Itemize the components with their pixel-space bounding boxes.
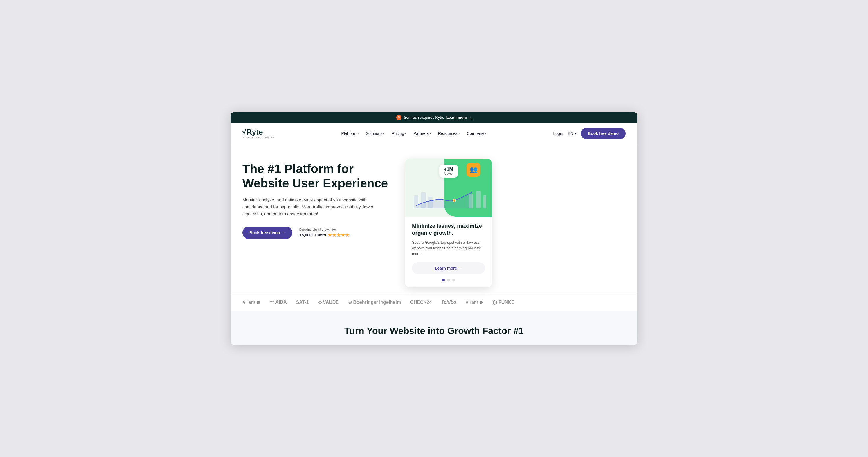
nav-resources[interactable]: Resources ▾ xyxy=(435,129,463,137)
hero-content: The #1 Platform for Website User Experie… xyxy=(242,159,393,239)
chevron-down-icon: ▾ xyxy=(458,132,460,135)
hero-card-container: +1M Users 👥 xyxy=(405,159,492,288)
dot-2[interactable] xyxy=(447,279,450,282)
hero-card-body: Minimize issues, maximize organic growth… xyxy=(405,217,492,257)
chevron-down-icon: ▾ xyxy=(485,132,487,135)
card-pagination-dots xyxy=(405,279,492,282)
svg-rect-5 xyxy=(483,195,486,208)
bottom-title: Turn Your Website into Growth Factor #1 xyxy=(242,326,626,336)
logo-allianz: Allianz ⊕ xyxy=(242,300,260,305)
logo-sat1: SAT·1 xyxy=(296,300,309,305)
star-rating: ★★★★★ xyxy=(328,232,349,238)
hero-description: Monitor, analyze, and optimize every asp… xyxy=(242,196,376,217)
logo-allianz2: Allianz ⊕ xyxy=(465,300,483,305)
nav-links: Platform ▾ Solutions ▾ Pricing ▾ Partner… xyxy=(339,129,490,137)
social-proof-label: Enabling digital growth for xyxy=(299,228,349,231)
main-nav: √ Ryte A SEMRUSH COMPANY Platform ▾ Solu… xyxy=(231,123,637,144)
nav-right: Login EN ▾ Book free demo xyxy=(553,128,626,139)
hero-card-visual: +1M Users 👥 xyxy=(405,159,492,217)
hero-card: +1M Users 👥 xyxy=(405,159,492,288)
chevron-down-icon: ▾ xyxy=(383,132,385,135)
hero-card-title: Minimize issues, maximize organic growth… xyxy=(412,223,485,237)
logo-aida: 〜 AIDA xyxy=(270,299,287,305)
logo-subtitle: A SEMRUSH COMPANY xyxy=(242,136,275,139)
line-chart xyxy=(411,187,486,210)
language-selector[interactable]: EN ▾ xyxy=(568,131,576,136)
announcement-bar: S Semrush acquires Ryte. Learn more → xyxy=(231,112,637,123)
logo-vaude: ◇ VAUDE xyxy=(318,299,339,305)
hero-title: The #1 Platform for Website User Experie… xyxy=(242,162,393,191)
logo-check24: CHECK24 xyxy=(410,300,432,305)
logo-checkmark: √ xyxy=(242,129,246,136)
hero-card-description: Secure Google's top spot with a flawless… xyxy=(412,240,485,257)
learn-more-button[interactable]: Learn more → xyxy=(412,262,485,274)
users-badge: +1M Users xyxy=(439,165,458,177)
chart-area xyxy=(411,187,486,211)
social-proof-count: 15,000+ users ★★★★★ xyxy=(299,232,349,238)
hero-actions: Book free demo → Enabling digital growth… xyxy=(242,227,393,239)
nav-company[interactable]: Company ▾ xyxy=(464,129,490,137)
social-proof: Enabling digital growth for 15,000+ user… xyxy=(299,228,349,238)
nav-partners[interactable]: Partners ▾ xyxy=(410,129,434,137)
nav-solutions[interactable]: Solutions ▾ xyxy=(363,129,388,137)
svg-point-6 xyxy=(453,199,456,202)
logo-boehringer: ⊕ Boehringer Ingelheim xyxy=(348,299,401,305)
chevron-down-icon: ▾ xyxy=(574,131,576,136)
announcement-link[interactable]: Learn more → xyxy=(446,115,472,120)
nav-pricing[interactable]: Pricing ▾ xyxy=(389,129,409,137)
user-icon-badge: 👥 xyxy=(466,163,480,177)
chevron-down-icon: ▾ xyxy=(430,132,431,135)
logos-bar: Allianz ⊕ 〜 AIDA SAT·1 ◇ VAUDE ⊕ Boehrin… xyxy=(231,293,637,311)
hero-section: The #1 Platform for Website User Experie… xyxy=(231,144,637,293)
hero-cta-button[interactable]: Book free demo → xyxy=(242,227,292,239)
announcement-text: Semrush acquires Ryte. xyxy=(404,115,444,120)
chevron-down-icon: ▾ xyxy=(358,132,359,135)
dot-1[interactable] xyxy=(442,279,445,282)
book-demo-button[interactable]: Book free demo xyxy=(581,128,626,139)
semrush-icon: S xyxy=(396,115,402,120)
nav-platform[interactable]: Platform ▾ xyxy=(339,129,362,137)
logo[interactable]: √ Ryte A SEMRUSH COMPANY xyxy=(242,128,275,139)
users-label: Users xyxy=(444,172,453,175)
logo-name: Ryte xyxy=(246,128,263,137)
dot-3[interactable] xyxy=(452,279,455,282)
bottom-section: Turn Your Website into Growth Factor #1 xyxy=(231,311,637,345)
logo-funke: ))) FUNKE xyxy=(492,300,515,305)
login-link[interactable]: Login xyxy=(553,131,563,136)
svg-rect-4 xyxy=(476,191,481,208)
logo-tchibo: Tchibo xyxy=(441,300,456,305)
users-icon: 👥 xyxy=(470,166,477,173)
chevron-down-icon: ▾ xyxy=(405,132,406,135)
users-count: +1M xyxy=(444,167,453,172)
